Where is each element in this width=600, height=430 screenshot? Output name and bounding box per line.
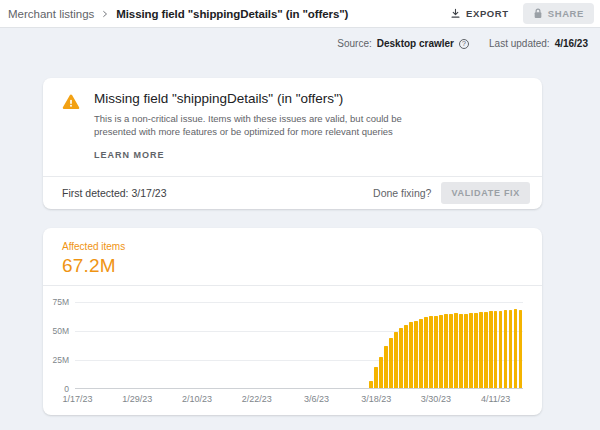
chart-bar-4/2/23[interactable] — [449, 314, 453, 388]
page-title: Missing field "shippingDetails" (in "off… — [116, 8, 348, 20]
issue-description: This is a non-critical issue. Items with… — [94, 112, 439, 138]
y-axis-tick-label: 75M — [52, 297, 69, 307]
chart-bar-4/14/23[interactable] — [509, 310, 513, 388]
x-axis-tick-label: 4/11/23 — [481, 394, 510, 404]
chart-bar-4/3/23[interactable] — [454, 313, 458, 388]
x-axis-tick-label: 3/18/23 — [361, 394, 391, 404]
x-axis-tick-label: 3/6/23 — [304, 394, 329, 404]
top-bar: Merchant listings Missing field "shippin… — [0, 0, 600, 28]
last-updated-label: Last updated: — [489, 38, 550, 49]
export-button[interactable]: EXPORT — [450, 8, 509, 19]
x-axis-tick-label: 2/10/23 — [182, 394, 212, 404]
validate-fix-button[interactable]: VALIDATE FIX — [441, 182, 530, 204]
chart-bar-3/25/23[interactable] — [409, 322, 413, 388]
chart-bar-3/19/23[interactable] — [379, 357, 383, 388]
chart-bar-3/26/23[interactable] — [414, 321, 418, 388]
breadcrumb-merchant-listings[interactable]: Merchant listings — [8, 8, 94, 20]
chart-bar-3/24/23[interactable] — [404, 325, 408, 388]
chart-bar-4/12/23[interactable] — [499, 311, 503, 388]
y-axis-tick-label: 25M — [52, 355, 69, 365]
chart-bar-4/4/23[interactable] — [459, 314, 463, 388]
chart-bar-3/30/23[interactable] — [434, 316, 438, 389]
chart-bar-4/1/23[interactable] — [444, 314, 448, 388]
chart-bar-4/5/23[interactable] — [464, 314, 468, 388]
issue-card-footer: First detected: 3/17/23 Done fixing? VAL… — [43, 176, 542, 209]
chart-bar-4/15/23[interactable] — [514, 309, 518, 388]
footer-right: Done fixing? VALIDATE FIX — [373, 182, 530, 204]
chart-bar-3/27/23[interactable] — [419, 319, 423, 388]
download-icon — [450, 8, 461, 19]
export-label: EXPORT — [466, 8, 509, 19]
chart-bar-3/28/23[interactable] — [424, 317, 428, 388]
chart-bar-3/20/23[interactable] — [384, 346, 388, 388]
issue-title: Missing field "shippingDetails" (in "off… — [94, 91, 439, 106]
affected-items-chart: 025M50M75M 1/17/231/29/232/10/232/22/233… — [43, 286, 542, 414]
chart-x-labels: 1/17/231/29/232/10/232/22/233/6/233/18/2… — [75, 394, 523, 406]
chart-bar-4/16/23[interactable] — [519, 310, 523, 388]
chart-bar-4/8/23[interactable] — [479, 312, 483, 388]
done-fixing-label: Done fixing? — [373, 187, 431, 199]
last-updated-value: 4/16/23 — [555, 38, 588, 49]
share-button[interactable]: SHARE — [523, 3, 594, 24]
chart-y-labels: 025M50M75M — [43, 302, 71, 389]
x-axis-tick-label: 1/17/23 — [62, 394, 92, 404]
source-value: Desktop crawler — [377, 38, 454, 49]
chart-plot — [75, 302, 523, 389]
chart-bar-3/22/23[interactable] — [394, 332, 398, 388]
chart-bar-4/11/23[interactable] — [494, 311, 498, 388]
affected-items-label: Affected items — [62, 241, 542, 252]
first-detected-value: 3/17/23 — [131, 187, 166, 199]
source-label: Source: — [337, 38, 371, 49]
chart-bar-4/7/23[interactable] — [474, 313, 478, 388]
meta-row: Source: Desktop crawler ? Last updated: … — [0, 28, 600, 49]
y-axis-tick-label: 0 — [64, 384, 69, 394]
chart-card: Affected items 67.2M 025M50M75M 1/17/231… — [43, 228, 542, 415]
chart-bar-3/18/23[interactable] — [374, 367, 378, 388]
issue-text-block: Missing field "shippingDetails" (in "off… — [94, 91, 439, 176]
topbar-actions: EXPORT SHARE — [450, 3, 594, 24]
gridline — [75, 302, 523, 303]
lock-icon — [533, 8, 543, 19]
chart-bar-3/21/23[interactable] — [389, 338, 393, 388]
x-axis-tick-label: 1/29/23 — [122, 394, 152, 404]
chart-bar-4/13/23[interactable] — [504, 310, 508, 388]
learn-more-link[interactable]: LEARN MORE — [94, 150, 165, 160]
x-axis-tick-label: 2/22/23 — [242, 394, 272, 404]
chart-bar-3/31/23[interactable] — [439, 315, 443, 388]
first-detected: First detected: 3/17/23 — [62, 187, 167, 199]
chart-bar-4/10/23[interactable] — [489, 311, 493, 388]
affected-items-count: 67.2M — [62, 255, 542, 277]
chart-bar-4/6/23[interactable] — [469, 313, 473, 388]
warning-icon — [62, 93, 80, 176]
share-label: SHARE — [548, 8, 584, 19]
chart-bar-4/9/23[interactable] — [484, 312, 488, 388]
chart-bar-3/29/23[interactable] — [429, 316, 433, 388]
y-axis-tick-label: 50M — [52, 326, 69, 336]
metric-header: Affected items 67.2M — [43, 228, 542, 286]
chart-bar-3/23/23[interactable] — [399, 328, 403, 388]
breadcrumb: Merchant listings Missing field "shippin… — [8, 8, 348, 20]
help-icon[interactable]: ? — [459, 39, 469, 49]
issue-card-body: Missing field "shippingDetails" (in "off… — [43, 78, 542, 176]
x-axis-tick-label: 3/30/23 — [421, 394, 451, 404]
chevron-right-icon — [101, 10, 109, 18]
chart-bar-3/17/23[interactable] — [369, 381, 373, 388]
first-detected-label: First detected: — [62, 187, 129, 199]
issue-card: Missing field "shippingDetails" (in "off… — [43, 78, 542, 209]
